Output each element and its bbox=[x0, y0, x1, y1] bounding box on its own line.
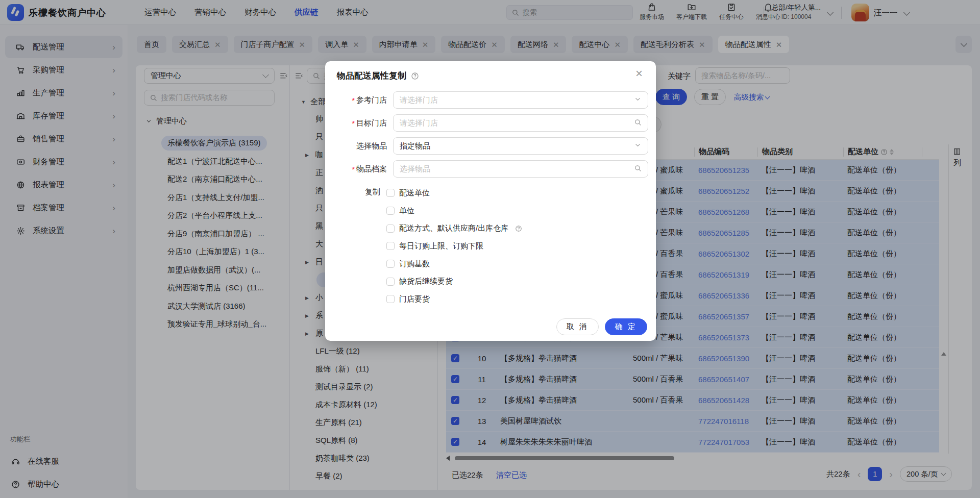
copy-option-label: 单位 bbox=[399, 206, 414, 216]
checkbox-unchecked[interactable] bbox=[386, 225, 395, 233]
copy-option-label: 缺货后继续要货 bbox=[399, 277, 453, 286]
cancel-button[interactable]: 取 消 bbox=[556, 318, 599, 335]
copy-option: 配送单位 bbox=[386, 184, 522, 202]
field-label: *物品档案 bbox=[332, 160, 387, 178]
field-label: *目标门店 bbox=[332, 114, 387, 132]
copy-option: 配送方式、默认供应商/出库仓库 bbox=[386, 219, 522, 237]
field-value: 指定物品 bbox=[400, 141, 430, 151]
field-label: *参考门店 bbox=[332, 91, 387, 109]
app-root: 乐檬餐饮商户中心 运营中心营销中心财务中心供应链报表中心 搜索 服务市场客户端下… bbox=[0, 0, 980, 498]
field-label: 选择物品 bbox=[332, 137, 387, 155]
copy-option: 订购基数 bbox=[386, 255, 522, 273]
copy-option-label: 配送单位 bbox=[399, 188, 430, 198]
copy-option-label: 订购基数 bbox=[399, 259, 430, 269]
close-icon[interactable]: × bbox=[635, 67, 643, 80]
field-placeholder: 请选择门店 bbox=[400, 118, 438, 128]
question-circle-icon[interactable] bbox=[515, 225, 522, 232]
required-mark: * bbox=[352, 96, 355, 105]
checkbox-unchecked[interactable] bbox=[386, 260, 395, 268]
chevron-down-icon bbox=[634, 95, 642, 103]
required-mark: * bbox=[352, 165, 355, 173]
field-control-选择物品[interactable]: 指定物品 bbox=[393, 137, 648, 155]
checkbox-unchecked[interactable] bbox=[386, 295, 395, 303]
checkbox-unchecked[interactable] bbox=[386, 278, 395, 286]
copy-attributes-modal: 物品配送属性复制 × *参考门店 请选择门店 *目标门店 请选择门店 选择物品 … bbox=[325, 61, 656, 341]
checkbox-unchecked[interactable] bbox=[386, 207, 395, 215]
chevron-down-icon bbox=[634, 141, 642, 149]
search-icon bbox=[634, 118, 642, 126]
search-icon bbox=[634, 164, 642, 172]
copy-option-label: 每日订购上限、订购下限 bbox=[399, 241, 483, 251]
checkbox-unchecked[interactable] bbox=[386, 189, 395, 197]
copy-option-label: 门店要货 bbox=[399, 294, 430, 304]
modal-title: 物品配送属性复制 bbox=[337, 70, 419, 82]
copy-option: 缺货后继续要货 bbox=[386, 272, 522, 290]
copy-option: 单位 bbox=[386, 202, 522, 220]
checkbox-unchecked[interactable] bbox=[386, 242, 395, 250]
field-control-物品档案[interactable]: 选择物品 bbox=[393, 160, 648, 178]
field-placeholder: 选择物品 bbox=[400, 164, 430, 174]
confirm-button[interactable]: 确 定 bbox=[605, 318, 647, 335]
field-placeholder: 请选择门店 bbox=[400, 95, 438, 105]
modal-help-icon[interactable] bbox=[411, 72, 419, 80]
copy-section-label: 复制 bbox=[325, 187, 380, 197]
required-mark: * bbox=[352, 119, 355, 128]
copy-option: 门店要货 bbox=[386, 290, 522, 308]
field-control-目标门店[interactable]: 请选择门店 bbox=[393, 114, 648, 132]
copy-option-label: 配送方式、默认供应商/出库仓库 bbox=[399, 223, 508, 233]
field-control-参考门店[interactable]: 请选择门店 bbox=[393, 91, 648, 109]
copy-option: 每日订购上限、订购下限 bbox=[386, 237, 522, 255]
